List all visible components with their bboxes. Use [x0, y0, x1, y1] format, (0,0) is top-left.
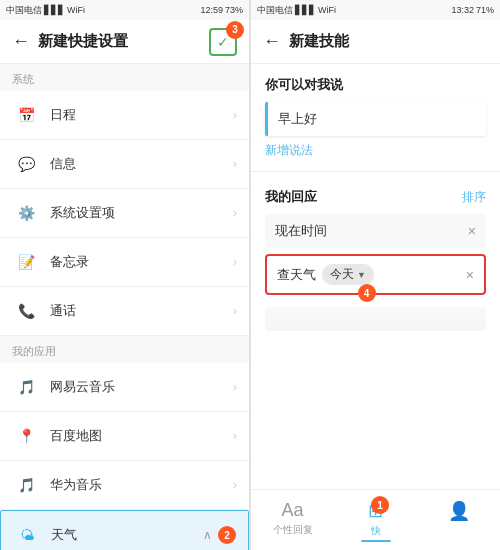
- right-header: ← 新建技能: [251, 20, 500, 64]
- left-wifi-icon: WiFi: [67, 5, 85, 15]
- hwmusic-label: 华为音乐: [50, 476, 233, 494]
- right-status-right: 13:32 71%: [451, 5, 494, 15]
- settings-label: 系统设置项: [50, 204, 233, 222]
- tab-quick[interactable]: ⊞ 快 1: [334, 496, 417, 546]
- memo-icon: 📝: [12, 248, 40, 276]
- hwmusic-arrow: ›: [233, 478, 237, 492]
- section-myapps: 我的应用: [0, 336, 249, 363]
- calendar-label: 日程: [50, 106, 233, 124]
- blurred-area: [265, 307, 486, 331]
- response-item-time[interactable]: 现在时间 ×: [265, 214, 486, 248]
- memo-arrow: ›: [233, 255, 237, 269]
- weather-row: 查天气 今天 ▼: [277, 264, 374, 285]
- phone-icon: 📞: [12, 297, 40, 325]
- left-battery: 73%: [225, 5, 243, 15]
- weather-arrow: ∧: [203, 528, 212, 542]
- right-battery: 71%: [476, 5, 494, 15]
- say-title: 你可以对我说: [265, 76, 486, 94]
- today-text: 今天: [330, 266, 354, 283]
- hwmusic-icon: 🎵: [12, 471, 40, 499]
- response-title: 我的回应: [265, 188, 317, 206]
- left-status-left: 中国电信 ▋▋▋ WiFi: [6, 4, 85, 17]
- badge-4: 4: [358, 284, 376, 302]
- left-scroll-content: 系统 📅 日程 › 💬 信息 › ⚙️ 系统设置项 › 📝 备忘录 › 📞 通话…: [0, 64, 249, 550]
- netease-label: 网易云音乐: [50, 378, 233, 396]
- right-wifi-icon: WiFi: [318, 5, 336, 15]
- tab-active-indicator: [361, 540, 391, 542]
- tab-personal[interactable]: Aa 个性回复: [251, 496, 334, 546]
- contact-tab-icon: 👤: [448, 500, 470, 522]
- time-item-text: 现在时间: [275, 222, 468, 240]
- check-icon: ✓: [217, 34, 229, 50]
- add-phrase-button[interactable]: 新增说法: [265, 136, 486, 159]
- right-time: 13:32: [451, 5, 474, 15]
- list-item-message[interactable]: 💬 信息 ›: [0, 140, 249, 189]
- left-panel: 中国电信 ▋▋▋ WiFi 12:59 73% ← 新建快捷设置 ✓ 3 系统 …: [0, 0, 249, 550]
- section-system: 系统: [0, 64, 249, 91]
- left-check-button[interactable]: ✓ 3: [209, 28, 237, 56]
- personal-tab-label: 个性回复: [273, 523, 313, 537]
- dropdown-arrow-icon: ▼: [357, 270, 366, 280]
- weather-item-text: 查天气: [277, 266, 316, 284]
- left-header-title: 新建快捷设置: [38, 32, 209, 51]
- weather-item-close[interactable]: ×: [466, 267, 474, 283]
- netease-icon: 🎵: [12, 373, 40, 401]
- settings-arrow: ›: [233, 206, 237, 220]
- phone-arrow: ›: [233, 304, 237, 318]
- right-signal: ▋▋▋: [295, 5, 316, 15]
- list-item-memo[interactable]: 📝 备忘录 ›: [0, 238, 249, 287]
- response-header: 我的回应 排序: [265, 188, 486, 206]
- phone-label: 通话: [50, 302, 233, 320]
- right-status-bar: 中国电信 ▋▋▋ WiFi 13:32 71%: [251, 0, 500, 20]
- list-item-baidu[interactable]: 📍 百度地图 ›: [0, 412, 249, 461]
- spacer: [251, 337, 500, 489]
- list-item-settings[interactable]: ⚙️ 系统设置项 ›: [0, 189, 249, 238]
- list-item-hwmusic[interactable]: 🎵 华为音乐 ›: [0, 461, 249, 510]
- response-section: 我的回应 排序 现在时间 × 查天气 今天 ▼ × 4: [251, 178, 500, 337]
- weather-icon: 🌤: [13, 521, 41, 549]
- bottom-tabs: Aa 个性回复 ⊞ 快 1 👤: [251, 489, 500, 550]
- baidu-arrow: ›: [233, 429, 237, 443]
- message-arrow: ›: [233, 157, 237, 171]
- right-status-left: 中国电信 ▋▋▋ WiFi: [257, 4, 336, 17]
- weather-label: 天气: [51, 526, 203, 544]
- say-section: 你可以对我说 早上好 新增说法: [251, 64, 500, 165]
- message-icon: 💬: [12, 150, 40, 178]
- memo-label: 备忘录: [50, 253, 233, 271]
- say-phrase[interactable]: 早上好: [265, 102, 486, 136]
- right-header-title: 新建技能: [289, 32, 488, 51]
- weather-today-tag[interactable]: 今天 ▼: [322, 264, 374, 285]
- personal-tab-icon: Aa: [281, 500, 303, 521]
- right-panel: 中国电信 ▋▋▋ WiFi 13:32 71% ← 新建技能 你可以对我说 早上…: [251, 0, 500, 550]
- list-item-phone[interactable]: 📞 通话 ›: [0, 287, 249, 336]
- calendar-arrow: ›: [233, 108, 237, 122]
- left-signal: ▋▋▋: [44, 5, 65, 15]
- right-carrier: 中国电信: [257, 4, 293, 17]
- tab-contact[interactable]: 👤: [417, 496, 500, 546]
- settings-icon: ⚙️: [12, 199, 40, 227]
- left-status-bar: 中国电信 ▋▋▋ WiFi 12:59 73%: [0, 0, 249, 20]
- message-label: 信息: [50, 155, 233, 173]
- baidu-label: 百度地图: [50, 427, 233, 445]
- netease-arrow: ›: [233, 380, 237, 394]
- weather-badge: 2: [218, 526, 236, 544]
- header-badge: 3: [226, 21, 244, 39]
- quick-tab-label: 快: [371, 524, 381, 538]
- left-back-button[interactable]: ←: [12, 31, 30, 52]
- list-item-weather[interactable]: 🌤 天气 ∧ 2: [0, 510, 249, 550]
- left-status-right: 12:59 73%: [200, 5, 243, 15]
- left-header: ← 新建快捷设置 ✓ 3: [0, 20, 249, 64]
- section-divider: [251, 171, 500, 172]
- list-item-calendar[interactable]: 📅 日程 ›: [0, 91, 249, 140]
- left-carrier: 中国电信: [6, 4, 42, 17]
- time-item-close[interactable]: ×: [468, 223, 476, 239]
- sort-button[interactable]: 排序: [462, 189, 486, 206]
- response-item-weather[interactable]: 查天气 今天 ▼ × 4: [265, 254, 486, 295]
- baidu-icon: 📍: [12, 422, 40, 450]
- badge-1: 1: [371, 496, 389, 514]
- right-back-button[interactable]: ←: [263, 31, 281, 52]
- calendar-icon: 📅: [12, 101, 40, 129]
- left-time: 12:59: [200, 5, 223, 15]
- list-item-netease[interactable]: 🎵 网易云音乐 ›: [0, 363, 249, 412]
